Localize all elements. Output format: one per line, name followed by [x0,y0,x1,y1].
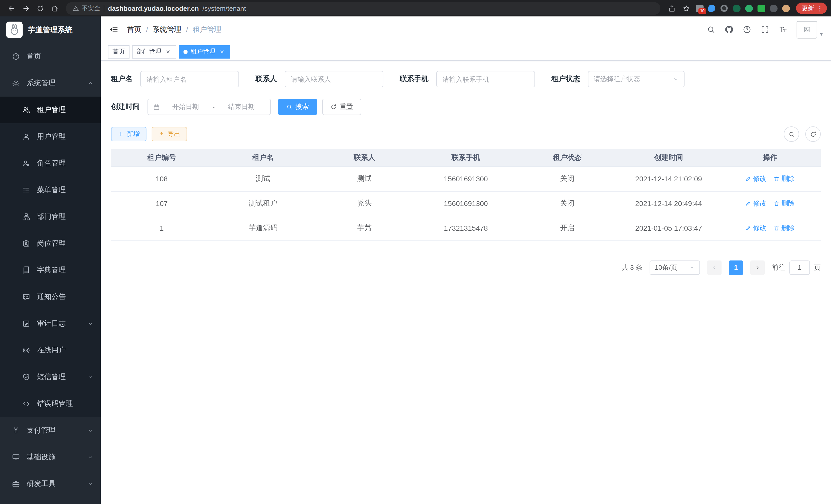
edit-row-button[interactable]: 修改 [745,224,767,233]
tab-home[interactable]: 首页 [108,45,130,58]
bookmark-star-icon[interactable] [679,1,693,16]
sidebar-item-pay[interactable]: 支付管理 [0,417,101,444]
help-icon[interactable] [743,25,752,34]
sidebar-item-label: 支付管理 [27,426,56,435]
search-icon [788,131,795,138]
close-tab-icon[interactable]: × [219,48,226,55]
edit-label: 修改 [753,174,767,183]
header-search-icon[interactable] [707,25,716,34]
extension-icon-1[interactable]: 10 [693,2,706,14]
toggle-search-button[interactable] [784,126,799,142]
sidebar-item-errcode[interactable]: 错误码管理 [0,390,101,417]
sidebar-item-label: 菜单管理 [37,185,66,195]
extension-icon-3[interactable] [718,2,730,14]
cell-name: 测试租户 [212,191,314,216]
fullscreen-icon[interactable] [761,25,770,34]
user-avatar[interactable]: ▾ [797,21,823,38]
extension-icon-6[interactable] [755,2,767,14]
tab-tenant[interactable]: 租户管理× [179,45,230,58]
tenant-status-select[interactable]: 请选择租户状态 [588,71,685,87]
tab-dept[interactable]: 部门管理× [132,45,176,58]
security-indicator[interactable]: 不安全 [73,4,100,12]
sidebar-item-label: 审计日志 [37,319,66,328]
app-logo[interactable]: 芋道管理系统 [0,17,101,43]
tenant-name-input[interactable] [140,71,239,87]
sidebar-item-tenant[interactable]: 租户管理 [0,97,101,123]
delete-row-button[interactable]: 删除 [774,174,795,183]
next-page-button[interactable] [750,260,765,275]
prev-page-button[interactable] [707,260,721,275]
sidebar-item-sms[interactable]: 短信管理 [0,364,101,390]
refresh-table-button[interactable] [805,126,821,142]
extension-icon-5[interactable] [743,2,755,14]
font-size-icon[interactable] [779,25,787,34]
sidebar-item-notice[interactable]: 通知公告 [0,284,101,310]
github-icon[interactable] [725,25,734,34]
extension-icon-4[interactable] [730,2,743,14]
cell-status: 开启 [516,216,618,240]
browser-menu-icon[interactable]: ⋮ [816,5,823,11]
cell-contact: 秃头 [314,191,415,216]
sidebar-item-devtools[interactable]: 研发工具 [0,471,101,497]
browser-reload-button[interactable] [33,1,47,16]
update-label: 更新 [802,4,814,12]
close-tab-icon[interactable]: × [165,48,172,55]
sidebar-item-menu[interactable]: 菜单管理 [0,177,101,203]
sidebar-item-dept[interactable]: 部门管理 [0,203,101,230]
tab-label: 租户管理 [191,47,215,56]
edit-row-button[interactable]: 修改 [745,174,767,183]
sidebar-item-user[interactable]: 用户管理 [0,123,101,150]
browser-forward-button[interactable] [19,1,33,16]
edit-row-button[interactable]: 修改 [745,199,767,208]
browser-back-button[interactable] [4,1,19,16]
sidebar-toggle-icon[interactable] [109,25,119,34]
sidebar-item-post[interactable]: 岗位管理 [0,230,101,257]
sidebar-item-infra[interactable]: 基础设施 [0,444,101,471]
search-glyph-icon [707,25,716,34]
app-title: 芋道管理系统 [28,25,73,35]
extension-icon-2[interactable] [706,2,718,14]
contact-input[interactable] [285,71,383,87]
sidebar-item-system[interactable]: 系统管理 [0,70,101,97]
page-size-value: 10条/页 [655,263,677,272]
search-button[interactable]: 搜索 [278,99,317,115]
trash-icon [774,176,780,182]
table-header-row: 租户编号租户名联系人联系手机租户状态创建时间操作 [111,149,821,167]
address-bar[interactable]: 不安全 dashboard.yudao.iocoder.cn /system/t… [66,2,660,14]
star-glyph-icon [682,4,690,12]
online-icon [22,346,31,355]
share-icon[interactable] [664,1,679,16]
circle-glyph [745,4,753,12]
delete-row-button[interactable]: 删除 [774,199,795,208]
column-header: 创建时间 [618,149,719,167]
export-button[interactable]: 导出 [152,127,187,141]
browser-home-button[interactable] [47,1,62,16]
breadcrumb-item[interactable]: 系统管理 [153,25,181,34]
create-time-range-picker[interactable]: 开始日期 - 结束日期 [147,99,271,115]
breadcrumb-item[interactable]: 首页 [127,25,141,34]
sidebar-item-role[interactable]: 角色管理 [0,150,101,177]
delete-row-button[interactable]: 删除 [774,224,795,233]
page-size-select[interactable]: 10条/页 [650,260,700,275]
cell-phone: 17321315478 [415,216,517,240]
roles-icon [22,159,31,168]
trash-icon [774,225,780,231]
goto-page-input[interactable] [790,260,810,275]
sidebar-item-audit[interactable]: 审计日志 [0,310,101,337]
profile-avatar-icon[interactable] [780,2,792,14]
browser-update-button[interactable]: 更新 ⋮ [796,3,827,14]
sidebar-item-dict[interactable]: 字典管理 [0,257,101,284]
url-domain: dashboard.yudao.iocoder.cn [108,4,199,12]
add-button[interactable]: 新增 [111,127,146,141]
sidebar-item-online[interactable]: 在线用户 [0,337,101,364]
avatar-image-placeholder [797,21,818,38]
phone-input[interactable] [436,71,535,87]
header: 首页/系统管理/租户管理 ▾ [101,17,831,43]
broken-image-icon [803,26,811,33]
chevron-down-icon [87,481,93,487]
sidebar-item-home[interactable]: 首页 [0,43,101,70]
page-number-1[interactable]: 1 [729,260,743,275]
reset-button[interactable]: 重置 [322,99,361,115]
active-tab-dot [183,50,188,54]
extension-icon-7[interactable] [767,2,780,14]
